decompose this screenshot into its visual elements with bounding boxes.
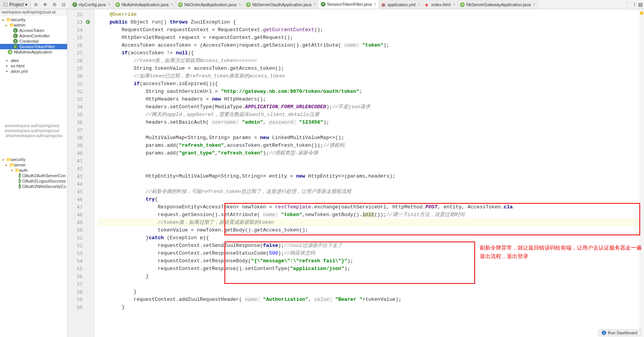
code-line-60[interactable]: } (98, 303, 644, 311)
line-gutter: 2223242526272829303132333435363738394041… (67, 9, 94, 337)
tab-nbadminapplication-java[interactable]: ✿NbAdminApplication.java× (113, 0, 176, 9)
code-line-26[interactable]: AccessToken accessToken = (AccessToken)r… (98, 42, 644, 49)
code-line-27[interactable]: if(accessToken != null){ (98, 49, 644, 57)
code-line-25[interactable]: HttpServletRequest request = requestCont… (98, 34, 644, 42)
gear-icon[interactable]: ⚙ (52, 2, 58, 7)
recent-path[interactable]: are\workspace-auth\springcloud (0, 123, 67, 128)
collapse-icon[interactable]: ⊕ (34, 2, 39, 7)
tree-node-sessiontokenfilter[interactable]: CSessionTokenFilter (0, 44, 67, 49)
close-icon[interactable]: × (238, 2, 241, 7)
tree-node-admincontroller[interactable]: CAdminController (0, 33, 67, 39)
code-line-22[interactable]: @Override (98, 11, 644, 18)
java-class-icon: C (13, 34, 18, 38)
recent-path[interactable]: .share\workspace-auth\springclou (0, 133, 67, 138)
code-line-56[interactable]: } (98, 273, 644, 280)
project-dropdown[interactable]: Project ▾ (0, 0, 31, 9)
info-icon: i (602, 330, 606, 335)
code-line-33[interactable]: HttpHeaders headers = new HttpHeaders(); (98, 96, 644, 103)
code-line-31[interactable]: if(accessToken.isExpired()){ (98, 80, 644, 88)
tree-node-auth[interactable]: ▾ 📁auth (0, 168, 67, 173)
tree-node-ation-yml[interactable]: ▪ation.yml (0, 69, 67, 74)
folder-icon: ▸ 📁 (8, 23, 12, 27)
code-line-51[interactable]: }catch (Exception e){ (98, 234, 644, 242)
code-content[interactable]: @Override public Object run() throws Zuu… (94, 9, 644, 337)
folder-icon: ▸ 📁 (5, 157, 9, 162)
java-class-icon: C (19, 179, 21, 183)
tree-node-oauth2authservercon[interactable]: COAuth2AuthServerCon (0, 173, 67, 178)
project-tree[interactable]: ▸ 📁security▸ 📁adminCAccessTokenCAdminCon… (0, 15, 67, 56)
tree-node-admin[interactable]: ▸ 📁admin (0, 22, 67, 28)
code-line-39[interactable]: params.add("refresh_token",accessToken.g… (98, 142, 644, 149)
code-line-45[interactable]: //刷新令牌的时候，可能refresh_token也过期了，这里进行处理，让用户… (98, 188, 644, 196)
java-class-icon: C (13, 28, 18, 33)
code-line-23[interactable]: public Object run() throws ZuulException… (98, 18, 644, 26)
code-line-58[interactable]: } (98, 288, 644, 296)
tree-node-security[interactable]: ▸ 📁security (0, 157, 67, 162)
run-marker-icon[interactable] (86, 20, 90, 24)
tab-index-html[interactable]: ◆index.html× (423, 0, 458, 9)
code-line-38[interactable]: MultiValueMap<String,String> params = ne… (98, 134, 644, 142)
tabs-menu-icon[interactable]: ▤ (638, 2, 642, 7)
recent-files[interactable]: are\workspace-auth\springcloudare\worksp… (0, 122, 67, 140)
code-line-37[interactable] (98, 126, 644, 134)
folder-icon: ▸ 📁 (8, 163, 12, 167)
tree-node-ex-html[interactable]: ▪ex.html (0, 63, 67, 69)
code-line-28[interactable]: //token值，如果没过期就用Access_token======= (98, 57, 644, 65)
close-icon[interactable]: × (452, 2, 455, 7)
code-line-55[interactable]: requestContext.getResponse().setContentT… (98, 265, 644, 273)
close-icon[interactable]: × (170, 2, 173, 7)
yml-icon: ▦ (381, 2, 386, 7)
folder-icon: ▸ 📁 (5, 17, 9, 22)
project-tree-extras[interactable]: ▪ates▪ex.html▪ation.yml (0, 56, 67, 75)
code-line-35[interactable]: //网关的appId，appSecret，需要在数据库oauth_client_… (98, 111, 644, 119)
code-line-59[interactable]: requestContext.addZuulRequestHeader( nam… (98, 296, 644, 303)
code-line-57[interactable] (98, 280, 644, 288)
code-line-42[interactable] (98, 165, 644, 173)
tab-nborderapiapplication-java[interactable]: ✿NbOrderApiApplication.java× (176, 0, 244, 9)
close-icon[interactable]: × (417, 2, 420, 7)
code-line-36[interactable]: headers.setBasicAuth( username: "admin",… (98, 119, 644, 126)
code-line-47[interactable]: ResponseEntity<AccessToken> newToken = r… (98, 203, 644, 211)
code-line-30[interactable]: //如果token已过期，拿refresh_token换取新的access_to… (98, 72, 644, 80)
project-icon (3, 2, 8, 7)
run-dashboard-button[interactable]: i Run Dashboard (598, 329, 641, 336)
code-line-24[interactable]: RequestContext requestContext = RequestC… (98, 26, 644, 34)
close-icon[interactable]: × (107, 2, 110, 7)
recent-path[interactable]: are\workspace-auth\springcloud (0, 128, 67, 133)
code-line-46[interactable]: try{ (98, 196, 644, 203)
code-line-32[interactable]: String oauthServiceUrl = "http://gateway… (98, 88, 644, 96)
tab-rityconfig-java[interactable]: CrityConfig.java× (70, 0, 113, 9)
tab-nbservergatewayapplication-java[interactable]: ✿NbServerGatewayApplication.java× (458, 0, 538, 9)
tree-node-oauth2logoutsuccess[interactable]: COAuth2LogoutSuccess (0, 178, 67, 184)
java-class-icon: C (19, 173, 21, 178)
tree-node-server[interactable]: ▸ 📁server (0, 162, 67, 168)
code-line-44[interactable] (98, 180, 644, 188)
warning-marker[interactable] (640, 12, 643, 15)
code-line-29[interactable]: String tokenValue = accessToken.getAcces… (98, 65, 644, 72)
tree-node-nbadminapplication[interactable]: ✿NbAdminApplication (0, 49, 67, 55)
code-line-34[interactable]: headers.setContentType(MediaType.APPLICA… (98, 103, 644, 111)
tree-node-accesstoken[interactable]: CAccessToken (0, 28, 67, 33)
close-icon[interactable]: × (532, 2, 535, 7)
code-line-40[interactable]: params.add("grant_type","refresh_token")… (98, 149, 644, 157)
code-line-48[interactable]: request.getSession().setAttribute( name:… (98, 211, 644, 219)
tree-node-credential[interactable]: CCredential (0, 39, 67, 44)
tab-nbserveroauthapplication-java[interactable]: ✿NbServerOauthApplication.java× (244, 0, 319, 9)
tree-node-security[interactable]: ▸ 📁security (0, 17, 67, 22)
code-line-50[interactable]: tokenValue = newToken.getBody().getAcces… (98, 226, 644, 234)
java-class-icon: C (19, 184, 21, 189)
tabs-overflow[interactable]: ⋯ 3 ▤ (625, 0, 644, 9)
close-icon[interactable]: × (313, 2, 316, 7)
code-line-41[interactable] (98, 157, 644, 165)
code-editor[interactable]: 2223242526272829303132333435363738394041… (67, 9, 644, 337)
project-tree-bottom[interactable]: ▸ 📁security▸ 📁server▾ 📁authCOAuth2AuthSe… (0, 155, 67, 191)
close-icon[interactable]: × (373, 2, 376, 6)
tab-sessiontokenfilter-java[interactable]: CSessionTokenFilter.java× (319, 0, 379, 9)
tree-node-ates[interactable]: ▪ates (0, 58, 67, 63)
code-line-49[interactable]: //token值，如果过期了，就设置成新获取的token (98, 219, 644, 226)
hide-icon[interactable]: ⊟ (62, 2, 67, 7)
tab-application-yml[interactable]: ▦application.yml× (379, 0, 423, 9)
target-icon[interactable]: ✥ (43, 2, 49, 7)
tree-node-oauth2websecurityco[interactable]: COAuth2WebSecurityCo (0, 184, 67, 189)
code-line-43[interactable]: HttpEntity<MultiValueMap<String,String>>… (98, 173, 644, 180)
